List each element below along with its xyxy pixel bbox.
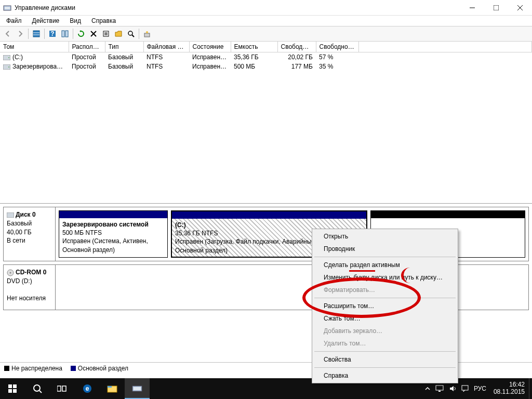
ctx-change-letter[interactable]: Изменить букву диска или путь к диску… [313,271,457,284]
menu-view[interactable]: Вид [65,16,85,25]
svg-rect-31 [13,384,17,388]
ctx-delete-volume: Удалить том… [313,337,457,350]
table-row[interactable]: (C:) Простой Базовый NTFS Исправен… 35,3… [0,52,532,62]
col-fs[interactable]: Файловая с… [143,42,189,52]
show-desktop-button[interactable] [529,378,532,399]
svg-text:?: ? [50,30,54,37]
svg-point-19 [128,31,132,35]
open-folder-button[interactable] [113,28,124,39]
svg-point-24 [8,57,9,58]
properties-button[interactable] [100,28,112,39]
ctx-extend-volume[interactable]: Расширить том… [313,300,457,312]
ctx-add-mirror: Добавить зеркало… [313,325,457,337]
svg-rect-21 [144,33,150,37]
forward-button [15,28,26,39]
ctx-format: Форматировать… [313,284,457,296]
minimize-button[interactable] [460,0,484,16]
svg-point-34 [34,385,40,391]
menu-bar: Файл Действие Вид Справка [0,16,532,26]
wizard-button[interactable] [141,28,153,39]
ctx-open[interactable]: Открыть [313,230,457,243]
svg-rect-33 [13,389,17,393]
taskbar-clock[interactable]: 16:42 08.11.2015 [489,381,529,396]
svg-rect-36 [57,386,61,391]
delete-button[interactable] [88,28,99,39]
ctx-separator [314,298,456,298]
svg-line-35 [39,391,42,393]
toolbar: ? [0,26,532,42]
partition-system-reserved[interactable]: Зарезервировано системой 500 МБ NTFS Исп… [59,210,168,258]
ctx-properties[interactable]: Свойства [313,353,457,366]
col-volume[interactable]: Том [0,42,69,52]
volume-list[interactable]: Том Распол… Тип Файловая с… Состояние Ем… [0,42,532,204]
disk-icon [7,212,14,218]
svg-rect-44 [436,385,443,390]
disk-info[interactable]: Диск 0 Базовый 40,00 ГБ В сети [4,207,56,261]
table-row[interactable]: Зарезервировано… Простой Базовый NTFS Ис… [0,62,532,71]
window-titlebar: Управление дисками [0,0,532,16]
view-list-button[interactable] [31,28,42,39]
tray-action-center-icon[interactable] [461,385,469,392]
partition-bar [59,211,167,218]
tray-chevron-icon[interactable] [425,386,430,391]
tray-language[interactable]: РУС [474,385,486,392]
col-free[interactable]: Свобод… [277,42,316,52]
refresh-button[interactable] [75,28,87,39]
svg-point-29 [10,272,11,273]
task-view-button[interactable] [50,378,75,399]
column-headers[interactable]: Том Распол… Тип Файловая с… Состояние Ем… [0,42,532,52]
svg-rect-6 [33,31,39,37]
window-title: Управление дисками [15,4,460,11]
svg-point-26 [8,66,9,68]
svg-rect-12 [65,31,68,37]
taskbar-explorer[interactable] [100,378,125,399]
col-capacity[interactable]: Емкость [231,42,277,52]
close-button[interactable] [508,0,532,16]
drive-icon [3,55,10,60]
cdrom-info[interactable]: CD-ROM 0 DVD (D:) Нет носителя [4,265,56,310]
svg-rect-1 [5,7,10,9]
ctx-separator [314,367,456,368]
taskbar-edge[interactable]: e [75,378,100,399]
svg-rect-46 [462,385,468,390]
ctx-help[interactable]: Справка [313,369,457,382]
col-type[interactable]: Тип [105,42,143,52]
maximize-button[interactable] [484,0,508,16]
partition-bar [172,211,366,219]
system-tray[interactable]: РУС [422,385,489,392]
toolbar-separator [44,29,45,39]
svg-text:e: e [86,385,89,392]
legend-swatch-primary [71,366,76,371]
col-layout[interactable]: Распол… [69,42,105,52]
search-icon[interactable] [25,378,50,399]
ctx-explorer[interactable]: Проводник [313,243,457,255]
svg-line-20 [132,35,134,37]
svg-rect-11 [62,31,64,37]
ctx-separator [314,257,456,257]
partition-bar [371,211,525,218]
help-button[interactable]: ? [47,28,58,39]
cdrom-icon [7,269,14,276]
menu-help[interactable]: Справка [87,16,120,25]
menu-action[interactable]: Действие [28,16,64,25]
svg-rect-27 [7,212,14,218]
taskbar-disk-management[interactable] [125,378,150,399]
col-pct[interactable]: Свободно % [316,42,358,52]
toolbar-separator [28,29,29,39]
ctx-make-active[interactable]: Сделать раздел активным [313,259,457,271]
layout-button[interactable] [59,28,71,39]
ctx-shrink-volume[interactable]: Сжать том… [313,312,457,325]
menu-file[interactable]: Файл [2,16,26,25]
legend-swatch-unallocated [4,366,9,371]
svg-rect-30 [8,384,12,388]
tray-display-icon[interactable] [435,385,444,392]
search-button[interactable] [125,28,137,39]
tray-volume-icon[interactable] [449,385,456,392]
app-icon [3,4,11,12]
back-button [2,28,14,39]
svg-rect-37 [62,386,66,391]
ctx-separator [314,351,456,352]
svg-rect-43 [134,387,141,390]
col-state[interactable]: Состояние [189,42,231,52]
start-button[interactable] [0,378,25,399]
